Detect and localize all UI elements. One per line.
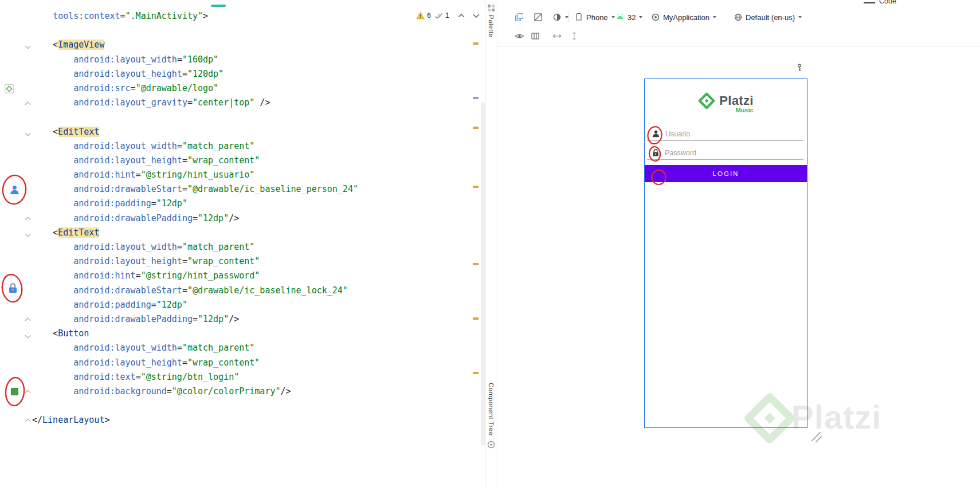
blueprint-icon: [534, 13, 543, 22]
resize-vertical-button[interactable]: [570, 28, 579, 45]
fold-marker-icon[interactable]: [24, 130, 31, 136]
code-line: android:text="@string/btn_login": [32, 370, 358, 384]
fold-marker-icon[interactable]: [24, 390, 31, 395]
code-line: tools:context=".MainActivity">: [32, 9, 358, 23]
stripe-warning-mark[interactable]: [473, 372, 479, 374]
stripe-warning-mark[interactable]: [473, 263, 479, 265]
android-icon: [616, 13, 625, 22]
theme-mode-button[interactable]: [552, 8, 569, 26]
theme-circle-icon: [651, 13, 660, 22]
palette-icon: [487, 4, 495, 14]
annotation-circle: [3, 375, 28, 408]
blueprint-toggle-button[interactable]: [534, 8, 543, 26]
inspections-widget[interactable]: 6 1: [416, 11, 480, 19]
stripe-warning-mark[interactable]: [473, 127, 479, 129]
design-toolbar-secondary: [497, 28, 980, 45]
palette-tab[interactable]: Palette: [488, 15, 495, 37]
chevron-down-icon: [798, 16, 802, 18]
code-line: android:src="@drawable/logo": [32, 81, 358, 96]
grid-icon: [531, 32, 540, 41]
code-line: [32, 399, 358, 413]
drawable-logo-preview-icon[interactable]: [5, 84, 14, 96]
fold-marker-icon[interactable]: [24, 418, 31, 424]
typo-icon: [434, 11, 443, 19]
chevron-down-icon: [611, 16, 615, 18]
tab-underline: [864, 2, 875, 3]
username-field[interactable]: Usuario: [647, 127, 803, 141]
locale-selector[interactable]: Default (en-us): [734, 8, 802, 26]
typo-count: 1: [445, 11, 449, 19]
toolbar-divider: [497, 46, 980, 46]
fold-marker-icon[interactable]: [24, 101, 31, 107]
code-line: [32, 23, 358, 38]
code-line: <EditText: [32, 125, 358, 139]
stripe-warning-mark[interactable]: [473, 186, 479, 188]
locale-selector-label: Default (en-us): [746, 13, 795, 22]
code-line: android:drawableStart="@drawable/ic_base…: [32, 182, 358, 197]
annotation-circle: [0, 172, 29, 207]
code-line: android:layout_width="match_parent": [32, 240, 358, 254]
annotation-circle: [649, 168, 669, 187]
code-line: <EditText: [32, 226, 358, 240]
chevron-down-icon: [639, 16, 642, 18]
chevron-down-icon: [713, 16, 716, 18]
next-highlight-button[interactable]: [472, 13, 480, 18]
layout-grid-button[interactable]: [531, 28, 540, 45]
previous-highlight-button[interactable]: [457, 13, 465, 18]
stripe-warning-mark[interactable]: [473, 42, 479, 45]
fold-marker-icon[interactable]: [24, 317, 31, 323]
fold-marker-icon[interactable]: [24, 332, 31, 338]
fold-marker-icon[interactable]: [24, 217, 31, 222]
component-tree-icon: [487, 441, 495, 451]
code-line: android:padding="12dp": [32, 298, 358, 312]
code-lines[interactable]: tools:context=".MainActivity"> <ImageVie…: [32, 9, 358, 427]
login-button[interactable]: LOGIN: [645, 165, 807, 182]
code-line: android:layout_gravity="center|top" />: [32, 96, 358, 110]
editor-scrollbar[interactable]: [481, 102, 485, 446]
device-selector-label: Phone: [586, 13, 608, 22]
code-line: android:layout_width="match_parent": [32, 341, 358, 355]
app-logo[interactable]: Platzi Music: [645, 88, 807, 113]
stripe-warning-mark[interactable]: [473, 317, 479, 320]
fold-marker-icon[interactable]: [24, 43, 31, 49]
api-level-label: 32: [628, 13, 636, 22]
toolbar-separator: [569, 12, 569, 22]
globe-icon: [734, 13, 743, 22]
theme-selector-label: MyApplication: [663, 13, 709, 22]
device-preview-frame[interactable]: Platzi Music Usuario Password LOGIN: [644, 78, 807, 428]
day-night-icon: [552, 13, 562, 22]
code-line: android:layout_height="wrap_content": [32, 154, 358, 168]
code-line: android:padding="12dp": [32, 197, 358, 211]
code-line: <Button: [32, 327, 358, 341]
android-studio-window: tools:context=".MainActivity"> <ImageVie…: [0, 0, 980, 487]
code-line: android:hint="@string/hint_password": [32, 269, 358, 283]
code-line: android:background="@color/colorPrimary"…: [32, 384, 358, 399]
phone-icon: [574, 13, 583, 22]
fold-marker-icon[interactable]: [24, 231, 31, 237]
warning-icon: [416, 11, 425, 19]
code-line: </LinearLayout>: [32, 413, 358, 427]
teal-selection-mark: [211, 5, 226, 7]
design-toolbar: Phone 32 MyApplication Default (en-us): [497, 8, 980, 26]
theme-selector[interactable]: MyApplication: [651, 8, 716, 26]
annotation-circle: [648, 145, 663, 163]
warning-count: 6: [427, 11, 431, 19]
code-line: android:drawableStart="@drawable/ic_base…: [32, 284, 358, 298]
wrench-icon[interactable]: [795, 63, 804, 74]
xml-editor[interactable]: tools:context=".MainActivity"> <ImageVie…: [0, 0, 485, 487]
component-tree-tab[interactable]: Component Tree: [488, 383, 495, 436]
api-level-selector[interactable]: 32: [616, 8, 642, 26]
password-field[interactable]: Password: [647, 146, 803, 160]
design-surface-button[interactable]: [515, 8, 524, 26]
code-line: android:layout_height="wrap_content": [32, 356, 358, 370]
view-options-button[interactable]: [515, 28, 524, 45]
stripe-info-mark[interactable]: [473, 97, 479, 99]
code-tab-label: Code: [879, 0, 896, 5]
resize-horizontal-button[interactable]: [552, 28, 562, 45]
code-line: <ImageView: [32, 38, 358, 52]
device-selector[interactable]: Phone: [574, 8, 615, 26]
code-line: android:layout_width="match_parent": [32, 139, 358, 154]
tool-window-strip: Palette Component Tree: [485, 0, 497, 487]
code-line: android:drawablePadding="12dp"/>: [32, 211, 358, 226]
code-line: android:layout_height="120dp": [32, 67, 358, 81]
